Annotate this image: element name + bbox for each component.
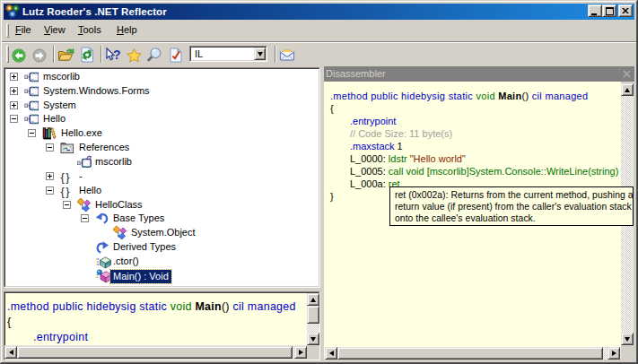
svg-text:?: ? [113, 48, 121, 62]
svg-text:{}: {} [61, 170, 72, 184]
svg-text:{}: {} [61, 185, 72, 198]
